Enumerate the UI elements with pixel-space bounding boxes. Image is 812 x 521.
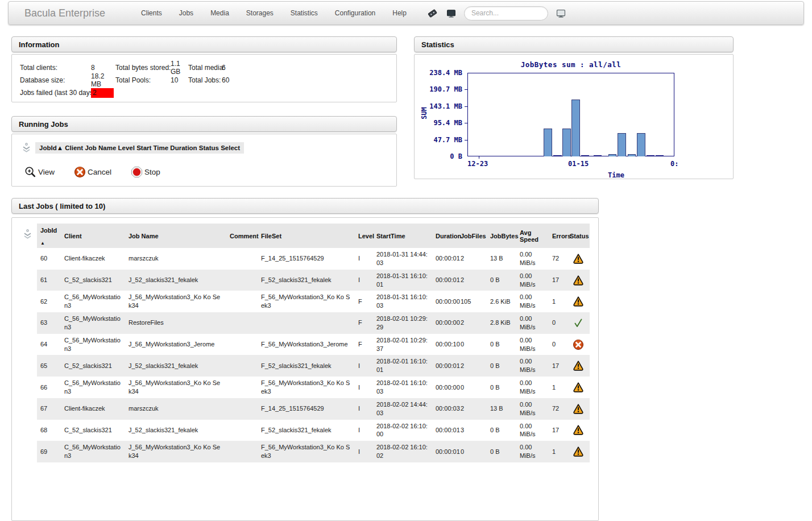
info-label: Total clients: [20,64,91,72]
y-tick-label: 47.7 MB [415,136,462,144]
table-settings-icon[interactable] [23,229,32,240]
cell-errors: 1 [549,441,566,462]
chart-bar-zero [656,155,664,156]
cell-starttime: 2018-01-31 14:44:03 [373,248,432,270]
search-input[interactable] [464,6,548,20]
cell-duration: 00:00:03 [432,398,457,420]
table-settings-icon[interactable] [22,143,31,154]
cell-client: C_56_MyWorkstation3 [61,441,125,462]
status-warning-icon [573,296,584,307]
cell-errors: 17 [549,420,566,441]
console-icon[interactable] [446,9,456,18]
menu-item-media[interactable]: Media [210,9,229,17]
column-header-client[interactable]: Client [61,224,125,248]
cell-client: C_56_MyWorkstation3 [61,377,125,398]
job-row-65[interactable]: 65C_52_slackis321J_52_slackis321_fekalek… [37,355,590,377]
job-row-63[interactable]: 63C_56_MyWorkstation3RestoreFilesF2018-0… [37,312,590,334]
cell-comment [226,398,258,420]
last-jobs-panel: JobId▲ClientJob NameCommentFileSetLevelS… [11,217,599,521]
info-label: Total media: [188,64,222,72]
cell-status [566,377,590,398]
cell-avg-speed: 0.00 MiB/s [516,355,549,377]
cell-starttime: 2018-02-01 10:29:37 [373,334,432,355]
column-header-duration[interactable]: Duration [432,224,457,248]
cell-avg-speed: 0.00 MiB/s [516,377,549,398]
last-jobs-panel-header: Last Jobs ( limited to 10) [11,198,599,214]
info-value: 18.2 MB [91,72,115,88]
column-header-fileset[interactable]: FileSet [258,224,355,248]
job-row-61[interactable]: 61C_52_slackis321J_52_slackis321_fekalek… [37,270,590,291]
cell-fileset: F_14_25_1515764529 [258,398,355,420]
info-value: 10 [171,76,188,84]
cell-avg-speed: 0.00 MiB/s [516,420,549,441]
menu-item-statistics[interactable]: Statistics [291,9,318,17]
column-header-jobfiles[interactable]: JobFiles [457,224,487,248]
tape-icon[interactable] [428,9,437,18]
cell-duration: 00:00:01 [432,420,457,441]
info-value: 60 [222,76,396,84]
status-warning-icon [573,446,584,457]
info-label: Total Pools: [115,76,171,84]
column-header-job-name[interactable]: Job Name [125,224,226,248]
column-header-status[interactable]: Status [566,224,590,248]
menu-item-jobs[interactable]: Jobs [179,9,193,17]
menu-item-storages[interactable]: Storages [246,9,274,17]
chart-title: JobBytes sum : all/all [521,60,622,69]
last-jobs-title: Last Jobs ( limited to 10) [19,202,105,210]
cell-status [566,334,590,355]
cell-jobfiles: 3 [457,420,487,441]
column-header-level[interactable]: Level [355,224,373,248]
column-header-jobid[interactable]: JobId▲ [37,224,61,248]
column-header-errors[interactable]: Errors [549,224,566,248]
job-row-68[interactable]: 68C_52_slackis321J_52_slackis321_fekalek… [37,420,590,441]
status-error-icon [573,339,584,350]
jobs-failed-badge: 2 [91,88,114,98]
job-row-67[interactable]: 67Client-fikaczekmarszczukF_14_25_151576… [37,398,590,420]
job-row-60[interactable]: 60Client-fikaczekmarszczukF_14_25_151576… [37,248,590,270]
y-tick-label: 0 B [415,152,462,160]
chart-bar [628,154,636,156]
cell-jobbytes: 0 B [487,420,516,441]
cell-job-name: marszczuk [125,248,226,270]
menu-item-clients[interactable]: Clients [141,9,162,17]
cell-client: C_52_slackis321 [61,270,125,291]
status-warning-icon [573,382,584,393]
chart-bar-zero [581,155,589,156]
cell-errors: 72 [549,248,566,270]
menu-item-configuration[interactable]: Configuration [335,9,375,17]
column-header-jobbytes[interactable]: JobBytes [487,224,516,248]
cell-jobfiles: 0 [457,441,487,462]
cell-status [566,291,590,312]
last-jobs-header-row: JobId▲ClientJob NameCommentFileSetLevelS… [37,224,590,248]
job-row-62[interactable]: 62C_56_MyWorkstation3J_56_MyWorkstation3… [37,291,590,312]
statistics-panel: JobBytes sum : all/all0 B47.7 MB95.4 MB1… [414,54,734,179]
cell-comment [226,312,258,334]
view-button[interactable]: View [24,166,55,178]
job-row-66[interactable]: 66C_56_MyWorkstation3J_56_MyWorkstation3… [37,377,590,398]
column-header-avg-speed[interactable]: Avg Speed [516,224,549,248]
running-jobs-column-headers[interactable]: JobId▲ Client Job Name Level Start Time … [35,142,244,154]
cell-comment [226,441,258,462]
cell-job-name: J_56_MyWorkstation3_Ko Ko Sek34 [125,377,226,398]
job-row-69[interactable]: 69C_56_MyWorkstation3J_56_MyWorkstation3… [37,441,590,462]
column-header-starttime[interactable]: StartTime [373,224,432,248]
cell-errors: 72 [549,398,566,420]
stop-button[interactable]: Stop [131,166,160,178]
column-header-comment[interactable]: Comment [226,224,258,248]
monitor-icon[interactable] [556,9,566,18]
job-row-64[interactable]: 64C_56_MyWorkstation3J_56_MyWorkstation3… [37,334,590,355]
cell-errors: 17 [549,355,566,377]
cell-level: I [355,248,373,270]
cell-jobbytes: 2.8 KiB [487,312,516,334]
cell-jobbytes: 0 B [487,334,516,355]
cancel-button[interactable]: Cancel [74,166,111,178]
cell-starttime: 2018-02-01 16:10:03 [373,377,432,398]
cell-jobid: 63 [37,312,61,334]
cell-status [566,441,590,462]
menu-item-help[interactable]: Help [392,9,407,17]
cell-jobid: 65 [37,355,61,377]
cell-level: F [355,334,373,355]
cell-status [566,398,590,420]
app-logo: Bacula Enterprise [24,7,105,19]
main-menu: ClientsJobsMediaStoragesStatisticsConfig… [132,9,415,17]
